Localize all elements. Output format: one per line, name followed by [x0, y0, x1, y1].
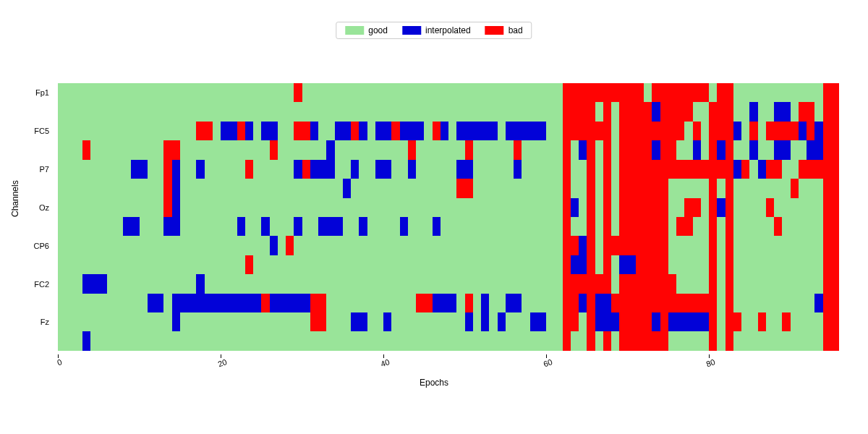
- heatmap-cell: [538, 198, 546, 217]
- heatmap-cell: [351, 198, 359, 217]
- heatmap-cell: [595, 294, 603, 312]
- heatmap-cell: [163, 217, 171, 236]
- heatmap-cell: [799, 140, 807, 159]
- heatmap-cell: [668, 255, 676, 274]
- heatmap-cell: [253, 217, 261, 236]
- heatmap-cell: [823, 122, 831, 140]
- heatmap-cell: [188, 331, 196, 350]
- heatmap-cell: [335, 274, 343, 293]
- heatmap-cell: [66, 122, 74, 140]
- heatmap-cell: [416, 217, 424, 236]
- heatmap-cell: [383, 331, 391, 350]
- heatmap-cell: [286, 331, 294, 350]
- heatmap-cell: [123, 160, 131, 179]
- heatmap-cell: [416, 274, 424, 293]
- heatmap-cell: [717, 198, 725, 217]
- heatmap-cell: [628, 140, 636, 159]
- heatmap-cell: [579, 274, 587, 293]
- heatmap-cell: [489, 122, 497, 140]
- heatmap-cell: [408, 102, 416, 121]
- heatmap-cell: [473, 160, 481, 179]
- heatmap-cell: [668, 160, 676, 179]
- heatmap-cell: [595, 236, 603, 255]
- heatmap-cell: [343, 236, 351, 255]
- heatmap-cell: [205, 83, 213, 102]
- heatmap-cell: [814, 255, 822, 274]
- heatmap-cell: [571, 122, 579, 140]
- heatmap-cell: [400, 198, 408, 217]
- heatmap-cell: [554, 217, 562, 236]
- heatmap-cell: [619, 179, 627, 197]
- heatmap-cell: [571, 331, 579, 350]
- heatmap-cell: [115, 294, 123, 312]
- heatmap-cell: [498, 236, 506, 255]
- heatmap-cell: [424, 140, 432, 159]
- heatmap-cell: [628, 312, 636, 331]
- heatmap-cell: [636, 217, 644, 236]
- heatmap-cell: [123, 274, 131, 293]
- heatmap-cell: [196, 217, 204, 236]
- heatmap-cell: [611, 140, 619, 159]
- heatmap-cell: [831, 198, 839, 217]
- heatmap-cell: [229, 255, 237, 274]
- heatmap-cell: [123, 83, 131, 102]
- heatmap-cell: [310, 331, 318, 350]
- heatmap-cell: [611, 255, 619, 274]
- heatmap-cell: [603, 312, 611, 331]
- heatmap-cell: [180, 274, 188, 293]
- heatmap-cell: [628, 274, 636, 293]
- heatmap-cell: [148, 217, 156, 236]
- heatmap-cell: [221, 122, 229, 140]
- heatmap-cell: [375, 294, 383, 312]
- heatmap-cell: [473, 198, 481, 217]
- heatmap-cell: [98, 217, 106, 236]
- heatmap-cell: [188, 140, 196, 159]
- heatmap-cell: [652, 140, 660, 159]
- heatmap-cell: [571, 294, 579, 312]
- heatmap-cell: [644, 198, 652, 217]
- heatmap-cell: [546, 140, 554, 159]
- heatmap-cell: [326, 102, 334, 121]
- heatmap-cell: [530, 179, 538, 197]
- heatmap-cell: [506, 294, 514, 312]
- heatmap-cell: [603, 274, 611, 293]
- heatmap-cell: [563, 179, 571, 197]
- heatmap-cell: [448, 274, 456, 293]
- heatmap-cell: [554, 198, 562, 217]
- heatmap-cell: [522, 236, 529, 255]
- heatmap-cell: [278, 294, 286, 312]
- heatmap-cell: [652, 160, 660, 179]
- heatmap-cell: [619, 236, 627, 255]
- heatmap-cell: [693, 122, 701, 140]
- x-tick: [383, 354, 384, 358]
- heatmap-cell: [310, 236, 318, 255]
- heatmap-cell: [261, 331, 269, 350]
- heatmap-cell: [579, 140, 587, 159]
- heatmap-cell: [554, 312, 562, 331]
- heatmap-cell: [538, 255, 546, 274]
- heatmap-cell: [270, 217, 278, 236]
- heatmap-cell: [644, 255, 652, 274]
- heatmap-cell: [538, 140, 546, 159]
- heatmap-cell: [221, 294, 229, 312]
- heatmap-cell: [636, 294, 644, 312]
- heatmap-cell: [335, 122, 343, 140]
- heatmap-cell: [481, 217, 489, 236]
- heatmap-cell: [148, 198, 156, 217]
- heatmap-cell: [799, 160, 807, 179]
- heatmap-cell: [782, 217, 790, 236]
- heatmap-cell: [294, 255, 302, 274]
- heatmap-cell: [782, 255, 790, 274]
- heatmap-cell: [286, 160, 294, 179]
- heatmap-cell: [180, 140, 188, 159]
- heatmap-cell: [514, 198, 522, 217]
- heatmap-cell: [668, 294, 676, 312]
- heatmap-cell: [148, 140, 156, 159]
- heatmap-cell: [375, 274, 383, 293]
- heatmap-cell: [595, 102, 603, 121]
- heatmap-cell: [619, 294, 627, 312]
- heatmap-cell: [693, 140, 701, 159]
- heatmap-row: [58, 198, 839, 217]
- heatmap-cell: [326, 236, 334, 255]
- heatmap-cell: [611, 331, 619, 350]
